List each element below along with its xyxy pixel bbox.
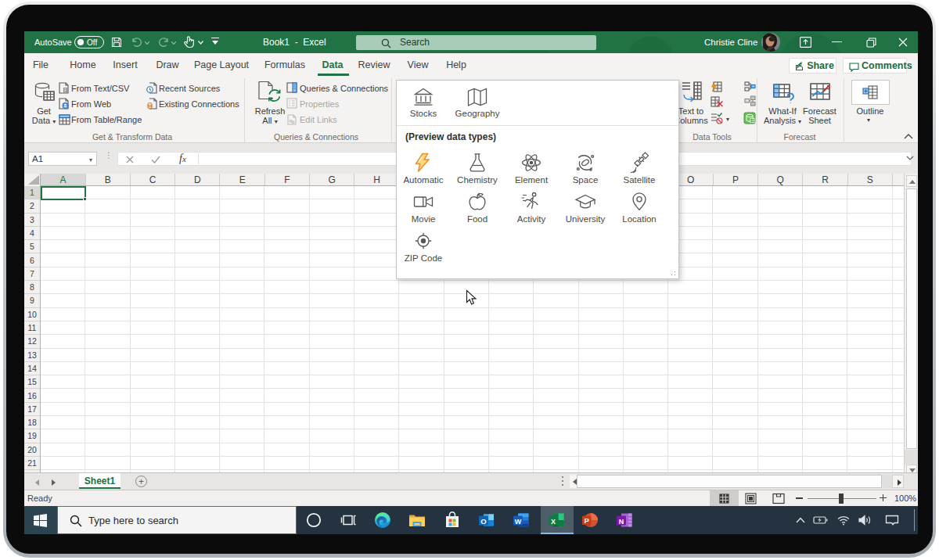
svg-text:O: O	[480, 517, 486, 526]
svg-text:N: N	[619, 518, 624, 526]
svg-text:W: W	[515, 518, 522, 526]
svg-text:P: P	[585, 516, 590, 525]
svg-text:X: X	[551, 518, 556, 526]
